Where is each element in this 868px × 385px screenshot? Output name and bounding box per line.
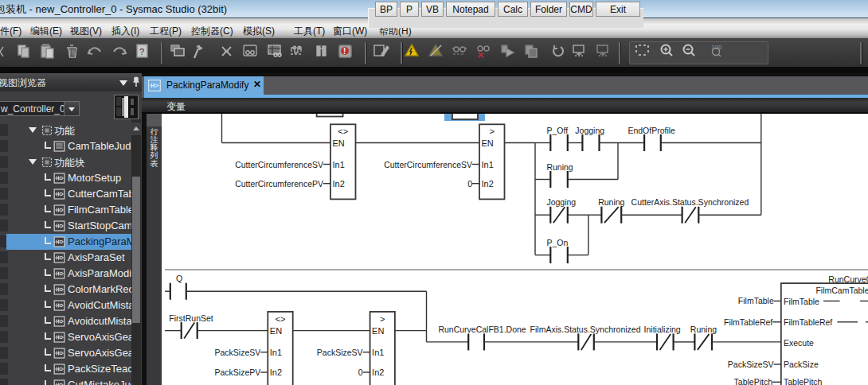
svg-text:In2: In2 [270,368,282,377]
svg-text:EN: EN [333,138,345,148]
svg-text:FilmCamTable: FilmCamTable [815,286,868,295]
svg-text:In2: In2 [482,179,494,189]
svg-text:In2: In2 [333,179,345,189]
svg-text:0: 0 [358,368,363,377]
svg-text:FilmAxis.Status.Synchronized: FilmAxis.Status.Synchronized [530,325,641,334]
svg-text:PackSizeSV: PackSizeSV [317,348,363,357]
svg-text:Execute: Execute [784,338,814,348]
svg-text:Jogging: Jogging [546,197,576,207]
svg-text:In1: In1 [333,160,345,169]
svg-text:Runing: Runing [690,325,717,334]
svg-text:?: ? [139,47,144,56]
svg-text:FilmTable: FilmTable [738,296,774,305]
svg-text:PackSizePV: PackSizePV [215,368,261,377]
svg-text:Initializing: Initializing [644,325,681,334]
svg-text:CutterCircumferenceSV: CutterCircumferenceSV [384,160,472,169]
svg-text:P_On: P_On [546,238,568,247]
svg-text:RunCurveCalFB1.Done: RunCurveCalFB1.Done [438,325,526,334]
svg-text:>: > [489,126,494,136]
svg-text:CutterCircumferenceSV: CutterCircumferenceSV [235,160,323,169]
svg-text:PackSize: PackSize [784,360,819,369]
svg-text:FilmTableRef: FilmTableRef [784,317,832,327]
svg-text:TablePitch: TablePitch [734,377,773,385]
svg-text:EN: EN [270,326,282,336]
svg-text:CutterAxis.Status.Synchronized: CutterAxis.Status.Synchronized [631,197,749,207]
svg-text:In1: In1 [482,160,494,169]
svg-text:FilmTableRef: FilmTableRef [724,317,772,327]
svg-text:!: ! [343,47,346,56]
svg-text:FirstRunSet: FirstRunSet [169,313,213,323]
svg-text:In2: In2 [372,368,384,377]
svg-text:Runing: Runing [546,162,573,172]
svg-text:PackSizeSV: PackSizeSV [215,348,261,357]
svg-text:EN: EN [482,138,494,148]
svg-text:Jogging: Jogging [575,126,604,135]
svg-text:Q: Q [176,274,182,283]
svg-text:RunCurveC: RunCurveC [828,274,868,284]
svg-text:PackSizeSV: PackSizeSV [728,360,774,369]
svg-text:<>: <> [276,314,286,324]
svg-text:FilmTable: FilmTable [784,297,819,306]
svg-text:0: 0 [467,179,472,189]
svg-text:P_Off: P_Off [546,126,568,135]
svg-text:EN: EN [372,326,384,336]
svg-text:<>: <> [338,126,348,136]
svg-text:Runing: Runing [598,197,624,207]
svg-text:In1: In1 [270,348,282,357]
svg-text:TablePitch: TablePitch [784,377,823,385]
svg-text:>: > [380,314,385,324]
svg-text:CutterCircumferencePV: CutterCircumferencePV [235,179,323,189]
svg-text:In1: In1 [372,348,384,357]
svg-text:EndOfProfile: EndOfProfile [628,126,675,135]
